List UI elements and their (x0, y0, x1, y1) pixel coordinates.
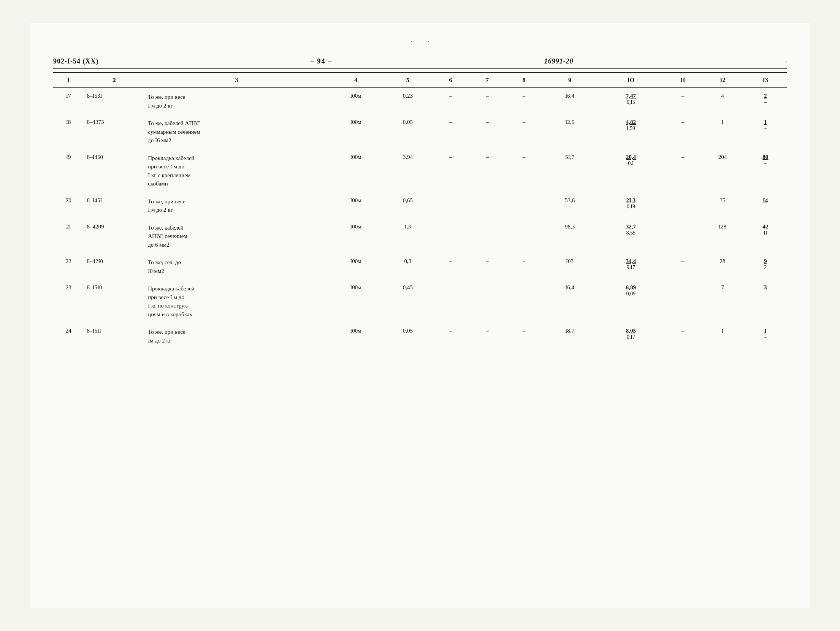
row-val6: – (432, 219, 469, 254)
document-header: 902-I-54 (XX) – 94 – 16991-20 · (53, 57, 787, 69)
row-num: 22 (53, 254, 84, 280)
row-num: 2I (53, 219, 84, 254)
doc-number: 902-I-54 (XX) (53, 57, 98, 65)
row-unit: I00м (328, 88, 384, 114)
doc-id: 16991-20 (544, 57, 574, 65)
row-val10: 2I,30,I9 (597, 193, 664, 219)
row-val10-bot: 8,55 (626, 230, 636, 236)
page-label: – 94 – (311, 57, 332, 65)
row-val8: – (506, 149, 542, 193)
row-val10: 4,82I,59 (597, 114, 664, 149)
row-val10-bot: 0,I (628, 160, 634, 166)
row-unit: I00м (328, 193, 384, 219)
row-val13: 2– (744, 88, 787, 114)
row-num: I9 (53, 149, 84, 193)
row-val8: – (506, 88, 542, 114)
row-unit: I00м (328, 254, 384, 280)
row-val12: 28 (701, 254, 744, 280)
row-num: I8 (53, 114, 84, 149)
row-val7: – (469, 114, 506, 149)
row-unit: I00м (328, 149, 384, 193)
row-code: 8–I450 (84, 149, 145, 193)
row-description: То же, при весе Iм до 2 кг (145, 323, 328, 349)
row-val13: I– (744, 323, 787, 349)
col-header-3: 3 (145, 73, 328, 88)
row-val13-bot: – (764, 204, 767, 210)
row-val10: 34,49,I7 (597, 254, 664, 280)
row-val10-top: 2I,3 (626, 197, 636, 204)
row-code: 8–I45I (84, 193, 145, 219)
table-row: 238–I5I0Прокладка кабелей при весе I м д… (53, 280, 787, 323)
col-header-7: 7 (469, 73, 506, 88)
col-header-4: 4 (328, 73, 384, 88)
row-num: 24 (53, 323, 84, 349)
row-val7: – (469, 323, 506, 349)
row-val13-top: 2 (764, 93, 767, 99)
row-val8: – (506, 323, 542, 349)
col-header-2: 2 (84, 73, 145, 88)
row-unit: I00м (328, 280, 384, 323)
row-val12: 35 (701, 193, 744, 219)
row-val13-top: 9 (764, 258, 767, 265)
row-val13: 42II (744, 219, 787, 254)
row-val7: – (469, 254, 506, 280)
table-row: 2I8–4209То же, кабелей АПВГ сечением до … (53, 219, 787, 254)
row-val12: 4 (701, 88, 744, 114)
row-val13-top: I4 (763, 197, 768, 204)
row-val9: I6,4 (542, 280, 598, 323)
row-val13: 3– (744, 280, 787, 323)
row-unit: I00м (328, 219, 384, 254)
row-val6: – (432, 193, 469, 219)
col-header-6: 6 (432, 73, 469, 88)
row-num: 23 (53, 280, 84, 323)
row-val13-top: 42 (762, 224, 768, 230)
row-val13: 92 (744, 254, 787, 280)
main-table: I 2 3 4 5 6 7 8 9 IO II I2 I3 I78–I53IТо… (53, 72, 787, 349)
row-val13-top: I (764, 328, 767, 334)
row-val6: – (432, 323, 469, 349)
row-val10: 8,050,I7 (597, 323, 664, 349)
row-val13-bot: – (764, 125, 767, 132)
row-val11: – (664, 149, 701, 193)
col-header-12: I2 (701, 73, 744, 88)
row-val9: I2,6 (542, 114, 598, 149)
row-val9: I6,4 (542, 88, 598, 114)
row-val5: 0,23 (383, 88, 432, 114)
row-val12: I28 (701, 219, 744, 254)
row-val10: 7,470,I5 (597, 88, 664, 114)
row-val10-top: 4,82 (626, 119, 636, 125)
row-val7: – (469, 149, 506, 193)
top-decorative-dots: ·· (53, 38, 787, 46)
row-val7: – (469, 219, 506, 254)
row-val5: 0,05 (383, 323, 432, 349)
row-val13-bot: – (764, 334, 767, 340)
row-val10-top: 7,47 (626, 93, 636, 99)
row-description: Прокладка кабелей при весе I м до I кг с… (145, 149, 328, 193)
row-val10-top: 20,4 (626, 154, 636, 160)
row-description: Прокладка кабелей при весе I м до I кг п… (145, 280, 328, 323)
row-val11: – (664, 254, 701, 280)
col-header-5: 5 (383, 73, 432, 88)
row-val5: 0,05 (383, 114, 432, 149)
row-val13-bot: 2 (764, 265, 767, 271)
row-val8: – (506, 114, 542, 149)
row-val10-bot: 0,I7 (627, 334, 635, 340)
row-val10-bot: 0,I5 (627, 99, 635, 105)
row-unit: I00м (328, 114, 384, 149)
row-val10-top: 34,4 (626, 258, 636, 265)
table-row: 208–I45IТо же, при весе I м до 2 кгI00м0… (53, 193, 787, 219)
row-val6: – (432, 88, 469, 114)
row-num: 20 (53, 193, 84, 219)
col-header-11: II (664, 73, 701, 88)
row-description: То же, кабелей АПВГ суммарным сечением д… (145, 114, 328, 149)
col-header-1: I (53, 73, 84, 88)
row-val13-top: 80 (762, 154, 768, 160)
row-val8: – (506, 280, 542, 323)
row-val10-top: 32,7 (626, 224, 636, 230)
row-description: То же, при весе I м до 2 кг (145, 193, 328, 219)
row-val10: 6,890,09 (597, 280, 664, 323)
row-val5: I,3 (383, 219, 432, 254)
row-val13-top: I (764, 119, 767, 125)
row-val13: 80– (744, 149, 787, 193)
row-val10-bot: 0,09 (626, 291, 636, 297)
